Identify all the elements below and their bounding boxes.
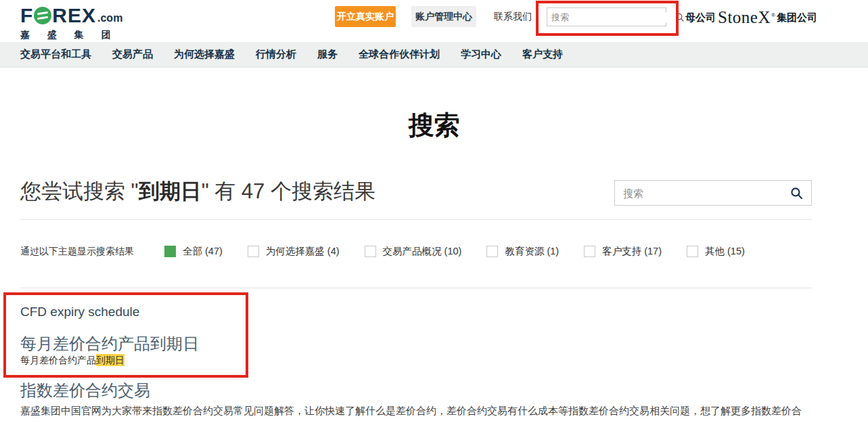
- filter-option-all[interactable]: 全部 (47): [164, 245, 223, 258]
- checkbox-icon[interactable]: [687, 246, 698, 257]
- search-icon[interactable]: [790, 187, 803, 200]
- logo-o-icon: [34, 7, 51, 24]
- logo-text-rex: REX: [52, 4, 96, 27]
- checkbox-icon[interactable]: [486, 246, 498, 257]
- checkbox-icon[interactable]: [365, 246, 376, 257]
- filter-option-education[interactable]: 教育资源 (1): [486, 245, 559, 258]
- nav-item-trading-platforms[interactable]: 交易平台和工具: [20, 48, 91, 61]
- parent-company-prefix: 母公司: [685, 12, 716, 24]
- filter-bar-label: 通过以下主题显示搜索结果: [20, 246, 134, 258]
- account-center-button[interactable]: 账户管理中心: [411, 6, 476, 27]
- nav-item-trading-products[interactable]: 交易产品: [112, 48, 153, 61]
- filter-option-why-forex[interactable]: 为何选择嘉盛 (4): [248, 245, 340, 258]
- filter-option-products[interactable]: 交易产品概况 (10): [365, 245, 462, 258]
- nav-item-why-forex[interactable]: 为何选择嘉盛: [174, 48, 235, 61]
- result-snippet: 每月差价合约产品到期日: [20, 355, 124, 367]
- parent-company-logo: 母公司 StoneX ® 集团公司: [685, 8, 817, 27]
- nav-item-partners[interactable]: 全球合作伙伴计划: [359, 48, 440, 61]
- forex-logo-wordmark: F REX .com: [20, 4, 122, 27]
- search-query-text: 到期日: [139, 179, 202, 203]
- open-account-button[interactable]: 开立真实账户: [335, 6, 396, 27]
- divider: [20, 219, 812, 220]
- filter-option-other[interactable]: 其他 (15): [687, 245, 745, 258]
- result-title-link[interactable]: 指数差价合约交易: [20, 380, 150, 401]
- nav-item-market-analysis[interactable]: 行情分析: [256, 48, 296, 61]
- page-title: 搜索: [0, 108, 868, 143]
- result-snippet: 嘉盛集团中国官网为大家带来指数差价合约交易常见问题解答，让你快速了解什么是差价合…: [20, 401, 808, 423]
- header-search-box: [547, 7, 666, 26]
- highlighted-query: 到期日: [96, 354, 124, 366]
- checkbox-icon[interactable]: [248, 246, 259, 257]
- results-search-box: [614, 180, 812, 206]
- nav-item-customer-support[interactable]: 客户支持: [522, 48, 563, 61]
- logo-text-com: .com: [97, 12, 122, 24]
- filter-option-support[interactable]: 客户支持 (17): [584, 245, 662, 258]
- main-nav: 交易平台和工具 交易产品 为何选择嘉盛 行情分析 服务 全球合作伙伴计划 学习中…: [0, 42, 868, 68]
- results-heading-suffix: " 有 47 个搜索结果: [202, 179, 375, 203]
- registered-mark: ®: [771, 12, 775, 18]
- result-eyebrow-link[interactable]: CFD expiry schedule: [20, 305, 139, 319]
- stonex-wordmark: StoneX: [718, 8, 771, 27]
- logo-text-f: F: [20, 4, 33, 27]
- divider: [20, 288, 812, 288]
- results-heading: 您尝试搜索 "到期日" 有 47 个搜索结果: [20, 177, 375, 206]
- results-heading-prefix: 您尝试搜索 ": [20, 179, 139, 203]
- result-title-link[interactable]: 每月差价合约产品到期日: [20, 333, 199, 355]
- forex-logo[interactable]: F REX .com 嘉 盛 集 团: [20, 4, 122, 41]
- header: F REX .com 嘉 盛 集 团 开立真实账户 账户管理中心 联系我们 母公…: [0, 0, 868, 42]
- search-icon[interactable]: [675, 12, 685, 22]
- page: F REX .com 嘉 盛 集 团 开立真实账户 账户管理中心 联系我们 母公…: [0, 0, 868, 423]
- filter-bar: 通过以下主题显示搜索结果 全部 (47) 为何选择嘉盛 (4) 交易产品概况 (…: [20, 245, 745, 258]
- parent-company-suffix: 集团公司: [777, 12, 817, 24]
- header-search-input[interactable]: [547, 12, 675, 22]
- checkbox-icon[interactable]: [584, 246, 595, 257]
- nav-item-learning-center[interactable]: 学习中心: [461, 48, 501, 61]
- contact-us-link[interactable]: 联系我们: [494, 11, 532, 23]
- logo-subtitle: 嘉 盛 集 团: [20, 29, 122, 41]
- nav-item-services[interactable]: 服务: [317, 48, 338, 61]
- results-search-input[interactable]: [615, 187, 790, 199]
- checkbox-checked-icon[interactable]: [164, 246, 176, 257]
